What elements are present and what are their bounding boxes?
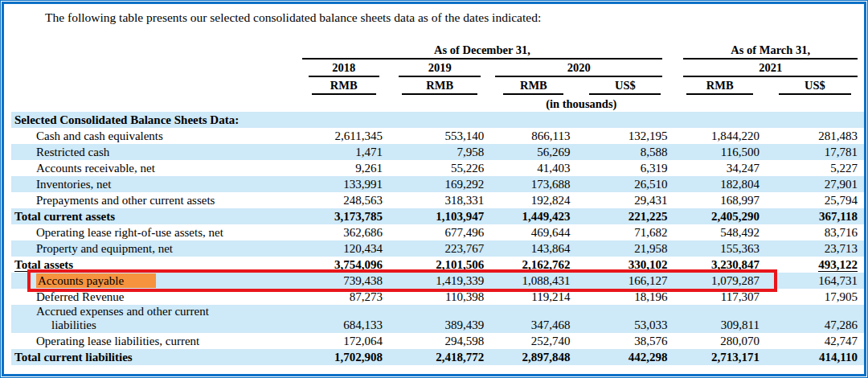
- cell-value: 3,230,847: [674, 257, 766, 273]
- row-label: Total current liabilities: [11, 349, 299, 365]
- cell-value: 21,958: [576, 240, 674, 257]
- cell-value: 38,576: [576, 333, 674, 349]
- row-label: Deferred Revenue: [11, 289, 299, 305]
- cell-value: 252,740: [490, 333, 576, 349]
- cell-value: 116,500: [674, 144, 766, 160]
- cell-value: 221,225: [576, 208, 674, 224]
- cell-value: 548,492: [674, 224, 766, 240]
- cell-value: 9,261: [299, 160, 389, 176]
- cell-value: 223,767: [389, 240, 490, 257]
- header-spacer: [11, 43, 299, 60]
- header-currency: RMB: [299, 77, 389, 95]
- row-label: Operating lease right-of-use assets, net: [11, 224, 299, 240]
- header-year-2019: 2019: [389, 60, 490, 77]
- row-label: Cash and cash equivalents: [11, 128, 299, 144]
- cell-value: 3,754,096: [299, 257, 389, 273]
- cell-value: 83,716: [766, 224, 864, 240]
- document-page: The following table presents our selecte…: [0, 0, 868, 378]
- data-table: As of December 31, As of March 31, 2018 …: [11, 43, 864, 365]
- balance-sheet-table: As of December 31, As of March 31, 2018 …: [11, 43, 864, 365]
- cell-value: 8,588: [576, 144, 674, 160]
- header-year-2018: 2018: [299, 60, 389, 77]
- cell-value: 192,824: [490, 192, 576, 208]
- cell-value: 182,804: [674, 176, 766, 192]
- header-currency: RMB: [674, 77, 766, 95]
- row-label: Property and equipment, net: [11, 240, 299, 257]
- cell-value: 2,418,772: [389, 349, 490, 365]
- cell-value: 25,794: [766, 192, 864, 208]
- row-label: Accounts payable: [11, 273, 299, 289]
- cell-value: 6,319: [576, 160, 674, 176]
- cell-value: 280,070: [674, 333, 766, 349]
- orange-highlight: Accounts payable: [36, 273, 156, 288]
- cell-value: 55,226: [389, 160, 490, 176]
- cell-value: 1,419,339: [389, 273, 490, 289]
- cell-value: 442,298: [576, 349, 674, 365]
- cell-value: 110,398: [389, 289, 490, 305]
- cell-value: 155,363: [674, 240, 766, 257]
- table-row: Property and equipment, net120,434223,76…: [11, 240, 864, 257]
- cell-value: [490, 112, 576, 128]
- cell-value: 248,563: [299, 192, 389, 208]
- cell-value: 34,247: [674, 160, 766, 176]
- cell-value: 143,864: [490, 240, 576, 257]
- header-currency: US$: [576, 77, 674, 95]
- cell-value: [576, 112, 674, 128]
- row-label: Operating lease liabilities, current: [11, 333, 299, 349]
- header-spacer: [11, 95, 299, 112]
- cell-value: 5,227: [766, 160, 864, 176]
- cell-value: [299, 112, 389, 128]
- cell-value: 169,292: [389, 176, 490, 192]
- row-label: Total current assets: [11, 208, 299, 224]
- cell-value: [766, 112, 864, 128]
- row-label: Total assets: [11, 257, 299, 273]
- cell-value: 7,958: [389, 144, 490, 160]
- cell-value: 87,273: [299, 289, 389, 305]
- cell-value: 1,471: [299, 144, 389, 160]
- cell-value: 18,196: [576, 289, 674, 305]
- cell-value: 26,510: [576, 176, 674, 192]
- cell-value: 493,122: [766, 257, 864, 273]
- table-body: Selected Consolidated Balance Sheets Dat…: [11, 112, 864, 365]
- cell-value: 133,991: [299, 176, 389, 192]
- cell-value: 469,644: [490, 224, 576, 240]
- header-group-march-label: As of March 31,: [683, 43, 858, 60]
- cell-value: 330,102: [576, 257, 674, 273]
- row-label: Inventories, net: [11, 176, 299, 192]
- cell-value: 27,901: [766, 176, 864, 192]
- cell-value: [674, 112, 766, 128]
- intro-text: The following table presents our selecte…: [0, 0, 868, 25]
- cell-value: 166,127: [576, 273, 674, 289]
- cell-value: 684,133: [299, 305, 389, 333]
- header-unit-row: (in thousands): [11, 95, 864, 112]
- cell-value: 17,905: [766, 289, 864, 305]
- cell-value: 117,307: [674, 289, 766, 305]
- cell-value: 29,431: [576, 192, 674, 208]
- cell-value: 389,439: [389, 305, 490, 333]
- cell-value: 2,713,171: [674, 349, 766, 365]
- header-group-march: As of March 31,: [674, 43, 864, 60]
- cell-value: 119,214: [490, 289, 576, 305]
- cell-value: 42,747: [766, 333, 864, 349]
- cell-value: 2,611,345: [299, 128, 389, 144]
- table-row: Inventories, net133,991169,292173,68826,…: [11, 176, 864, 192]
- cell-value: 3,173,785: [299, 208, 389, 224]
- cell-value: 41,403: [490, 160, 576, 176]
- table-row: Total current liabilities1,702,9082,418,…: [11, 349, 864, 365]
- header-currency-row: RMB RMB RMB US$ RMB US$: [11, 77, 864, 95]
- table-row: Operating lease liabilities, current172,…: [11, 333, 864, 349]
- section-header-row: Selected Consolidated Balance Sheets Dat…: [11, 112, 864, 128]
- table-row: Restricted cash1,4717,95856,2698,588116,…: [11, 144, 864, 160]
- table-row: Cash and cash equivalents2,611,345553,14…: [11, 128, 864, 144]
- cell-value: 53,033: [576, 305, 674, 333]
- row-label: Selected Consolidated Balance Sheets Dat…: [11, 112, 299, 128]
- cell-value: 2,897,848: [490, 349, 576, 365]
- cell-value: 677,496: [389, 224, 490, 240]
- header-currency: US$: [766, 77, 864, 95]
- cell-value: 553,140: [389, 128, 490, 144]
- cell-value: 164,731: [766, 273, 864, 289]
- table-row: Prepayments and other current assets248,…: [11, 192, 864, 208]
- cell-value: [389, 112, 490, 128]
- header-spacer: [11, 60, 299, 77]
- cell-value: 1,844,220: [674, 128, 766, 144]
